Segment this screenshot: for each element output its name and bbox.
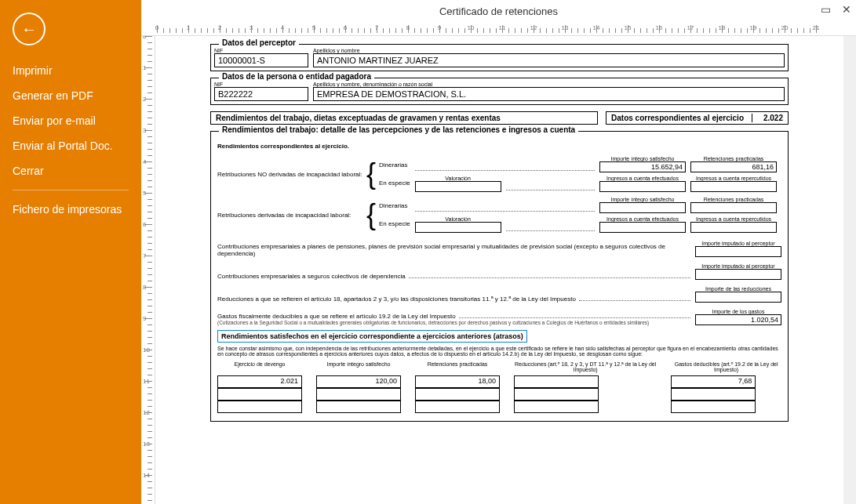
atrasos-note: Se hace constar asimismo que, con indepe… [217,346,781,357]
hdr-icr: Ingresos a cuenta repercutidos [690,176,777,181]
value-ejercicio: 2.022 [752,114,783,122]
hdr-rp: Retenciones practicadas [690,197,777,202]
section-title: Datos del perceptor [219,38,299,47]
val-empty [690,181,777,192]
menu-print[interactable]: Imprimir [0,58,141,83]
label-nombre: Apellidos y nombre [313,48,785,53]
label-ejercicio: Datos correspondientes al ejercicio [611,114,744,122]
line-gastos: Gastos fiscalmente deducibles a que se r… [217,313,456,320]
hdr-val: Valoración [415,216,501,222]
section-title: Rendimientos del trabajo: detalle de las… [219,125,578,134]
titlebar: Certificado de retenciones ▭ ✕ [141,0,856,22]
menu-close[interactable]: Cerrar [0,158,141,183]
td: 2.021 [217,375,302,388]
header-bars: Rendimientos del trabajo, dietas exceptu… [210,111,789,125]
value-nombre: ANTONIO MARTINEZ JUAREZ [313,53,785,67]
app-root: ← Imprimir Generar en PDF Enviar por e-m… [0,0,856,504]
value-nombre: EMPRESA DE DEMOSTRACION, S.L. [313,87,785,101]
th-importe: Importe íntegro satisfecho [316,361,401,374]
val-empty [695,269,781,280]
menu-pdf[interactable]: Generar en PDF [0,83,141,108]
hdr-ice: Ingresos a cuenta efectuados [599,176,686,181]
val-his1: 15.652,94 [599,161,686,172]
hdr-iip: Importe imputado al perceptor [695,241,781,246]
val-empty [599,202,686,213]
label-nombre: Apellidos y nombre, denominación o razón… [313,82,785,87]
divider [13,190,129,190]
preview-canvas[interactable]: Datos del perceptor NIF 10000001-S Apell… [155,36,843,504]
line-contrib2: Contribuciones empresariales a seguros c… [217,273,406,280]
hdr-iip: Importe imputado al perceptor [695,263,781,269]
scrollbar-vertical[interactable] [843,36,856,504]
val-empty [695,292,781,303]
document-page: Datos del perceptor NIF 10000001-S Apell… [155,36,843,444]
line-ejercicio: Rendimientos correspondientes al ejercic… [217,143,781,150]
td [217,388,302,401]
line-reducc: Reducciones a que se refieren el artícul… [217,296,576,303]
menu-printers[interactable]: Fichero de impresoras [0,197,141,222]
atrasos-title: Rendimientos satisfechos en el ejercicio… [217,330,527,343]
val-empty [415,222,501,233]
section-title: Datos de la persona o entidad pagadora [219,72,374,81]
val-empty [690,222,777,233]
value-nif: 10000001-S [214,53,308,67]
section-detalle: Rendimientos del trabajo: detalle de las… [210,131,789,422]
lbl-especie: En especie [379,220,410,227]
td [217,401,302,413]
sidebar: ← Imprimir Generar en PDF Enviar por e-m… [0,0,141,504]
val-empty [599,181,686,192]
ruler-vertical: 0123456789101112131415161718 [141,36,155,504]
val-empty [599,222,686,233]
menu-portal[interactable]: Enviar al Portal Doc. [0,133,141,158]
th-retenciones: Retenciones practicadas [415,361,500,374]
lbl-dinerarias: Dinerarias [379,202,410,209]
value-nif: B222222 [214,87,308,101]
hdr-val: Valoración [415,176,501,181]
back-arrow-icon: ← [21,20,37,38]
td [514,375,599,388]
brace-icon: { [366,163,376,185]
section-perceptor: Datos del perceptor NIF 10000001-S Apell… [210,44,789,71]
brace-icon: { [366,204,376,226]
window-title: Certificado de retenciones [439,5,558,17]
ruler-horizontal: 0123456789101112131415161718192021 [141,22,856,36]
close-icon[interactable]: ✕ [842,3,851,16]
hdr-ice: Ingresos a cuenta efectuados [599,216,686,222]
maximize-icon[interactable]: ▭ [821,3,831,16]
hdr-his: Importe íntegro satisfecho [599,156,686,161]
menu-email[interactable]: Enviar por e-mail [0,108,141,133]
bar-rendimientos: Rendimientos del trabajo, dietas exceptu… [210,111,598,125]
row1-label: Retribuciones NO derivadas de incapacida… [217,171,366,178]
val-empty [695,246,781,257]
atrasos-table: Ejercicio de devengo 2.021 Importe ínteg… [217,361,781,413]
main-area: Certificado de retenciones ▭ ✕ 012345678… [141,0,856,504]
line-contrib1: Contribuciones empresariales a planes de… [217,243,690,257]
td [671,401,756,413]
td [514,388,599,401]
hdr-rp: Retenciones practicadas [690,156,777,161]
back-button[interactable]: ← [13,13,46,45]
val-rp1: 681,16 [690,161,777,172]
th-ejercicio: Ejercicio de devengo [217,361,302,374]
label-nif: NIF [214,82,308,87]
td: 18,00 [415,375,500,388]
td [415,401,500,413]
section-pagador: Datos de la persona o entidad pagadora N… [210,78,789,105]
hdr-his: Importe íntegro satisfecho [599,197,686,202]
val-empty [690,202,777,213]
td [671,388,756,401]
label-nif: NIF [214,48,308,53]
row2-label: Retribuciones derivadas de incapacidad l… [217,212,366,219]
val-gastos: 1.020,54 [695,314,781,325]
td: 7,68 [671,375,756,388]
hdr-icr: Ingresos a cuenta repercutidos [690,216,777,222]
td [514,401,599,413]
val-empty [415,181,501,192]
hdr-ilg: Importe de los gastos [695,309,781,314]
lbl-dinerarias: Dinerarias [379,161,410,169]
th-gastos: Gastos deducibles (art.º 19.2 de la Ley … [671,361,781,374]
lbl-especie: En especie [379,179,410,187]
td [415,388,500,401]
hdr-ilr: Importe de las reducciones [695,286,781,292]
td [316,388,401,401]
